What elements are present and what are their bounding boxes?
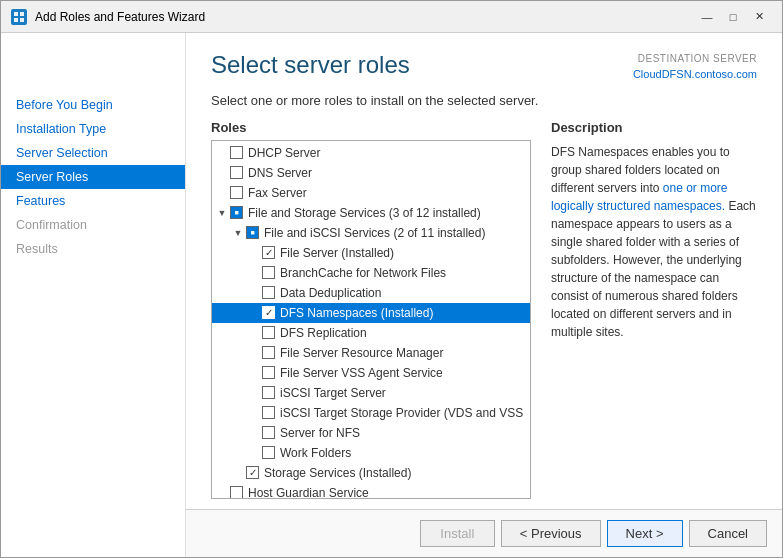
checkbox[interactable] bbox=[230, 166, 243, 179]
list-item[interactable]: Fax Server bbox=[212, 183, 530, 203]
role-label: Fax Server bbox=[248, 186, 307, 200]
list-item[interactable]: iSCSI Target Storage Provider (VDS and V… bbox=[212, 403, 530, 423]
sidebar-item-before-you-begin[interactable]: Before You Begin bbox=[1, 93, 185, 117]
role-label: Work Folders bbox=[280, 446, 351, 460]
list-item[interactable]: iSCSI Target Server bbox=[212, 383, 530, 403]
destination-label: DESTINATION SERVER bbox=[633, 51, 757, 66]
role-label: Host Guardian Service bbox=[248, 486, 369, 499]
title-controls: — □ ✕ bbox=[694, 7, 772, 27]
list-item[interactable]: Data Deduplication bbox=[212, 283, 530, 303]
destination-server: CloudDFSN.contoso.com bbox=[633, 66, 757, 83]
horizontal-scrollbar[interactable]: ◀ ▶ bbox=[212, 498, 530, 499]
list-item[interactable]: DFS Replication bbox=[212, 323, 530, 343]
checkbox[interactable] bbox=[262, 306, 275, 319]
page-title: Select server roles bbox=[211, 51, 410, 79]
roles-list[interactable]: DHCP Server DNS Server bbox=[212, 141, 530, 499]
scroll-left-button[interactable]: ◀ bbox=[228, 499, 244, 500]
svg-rect-2 bbox=[14, 18, 18, 22]
list-item[interactable]: File and iSCSI Services (2 of 11 install… bbox=[212, 223, 530, 243]
checkbox[interactable] bbox=[262, 366, 275, 379]
description-highlight: one or more logically structured namespa… bbox=[551, 181, 728, 213]
window-icon bbox=[11, 9, 27, 25]
list-item[interactable]: File and Storage Services (3 of 12 insta… bbox=[212, 203, 530, 223]
role-label: Storage Services (Installed) bbox=[264, 466, 411, 480]
checkbox[interactable] bbox=[262, 346, 275, 359]
role-label: File Server Resource Manager bbox=[280, 346, 443, 360]
tree-arrow-expanded[interactable] bbox=[232, 227, 244, 239]
role-label: Server for NFS bbox=[280, 426, 360, 440]
checkbox[interactable] bbox=[262, 266, 275, 279]
list-item[interactable]: File Server VSS Agent Service bbox=[212, 363, 530, 383]
previous-button[interactable]: < Previous bbox=[501, 520, 601, 547]
checkbox[interactable] bbox=[262, 286, 275, 299]
install-button[interactable]: Install bbox=[420, 520, 495, 547]
roles-header: Roles bbox=[211, 120, 531, 135]
checkbox[interactable] bbox=[262, 426, 275, 439]
page-header: Select server roles DESTINATION SERVER C… bbox=[186, 33, 782, 93]
roles-list-container: DHCP Server DNS Server bbox=[211, 140, 531, 500]
role-label: iSCSI Target Storage Provider (VDS and V… bbox=[280, 406, 523, 420]
close-button[interactable]: ✕ bbox=[746, 7, 772, 27]
checkbox[interactable] bbox=[246, 466, 259, 479]
checkbox[interactable] bbox=[230, 186, 243, 199]
list-item[interactable]: Storage Services (Installed) bbox=[212, 463, 530, 483]
role-label: BranchCache for Network Files bbox=[280, 266, 446, 280]
role-label: File and Storage Services (3 of 12 insta… bbox=[248, 206, 481, 220]
role-label: DFS Namespaces (Installed) bbox=[280, 306, 433, 320]
main-content: Select one or more roles to install on t… bbox=[186, 93, 782, 510]
main-panel: Select server roles DESTINATION SERVER C… bbox=[186, 33, 782, 557]
roles-section: Roles DHCP Server bbox=[211, 120, 531, 500]
title-bar-left: Add Roles and Features Wizard bbox=[11, 9, 205, 25]
sidebar-item-server-selection[interactable]: Server Selection bbox=[1, 141, 185, 165]
list-item[interactable]: File Server Resource Manager bbox=[212, 343, 530, 363]
sidebar-item-server-roles[interactable]: Server Roles bbox=[1, 165, 185, 189]
checkbox[interactable] bbox=[262, 246, 275, 259]
tree-arrow-expanded[interactable] bbox=[216, 207, 228, 219]
role-label: DNS Server bbox=[248, 166, 312, 180]
svg-rect-1 bbox=[20, 12, 24, 16]
sidebar: Before You Begin Installation Type Serve… bbox=[1, 33, 186, 557]
role-label: File and iSCSI Services (2 of 11 install… bbox=[264, 226, 485, 240]
sidebar-item-installation-type[interactable]: Installation Type bbox=[1, 117, 185, 141]
checkbox[interactable] bbox=[230, 146, 243, 159]
role-label: DFS Replication bbox=[280, 326, 367, 340]
list-item[interactable]: File Server (Installed) bbox=[212, 243, 530, 263]
list-item[interactable]: Server for NFS bbox=[212, 423, 530, 443]
checkbox[interactable] bbox=[262, 326, 275, 339]
sidebar-item-features[interactable]: Features bbox=[1, 189, 185, 213]
sidebar-item-confirmation: Confirmation bbox=[1, 213, 185, 237]
maximize-button[interactable]: □ bbox=[720, 7, 746, 27]
footer: Install < Previous Next > Cancel bbox=[186, 509, 782, 557]
checkbox[interactable] bbox=[230, 486, 243, 498]
checkbox[interactable] bbox=[246, 226, 259, 239]
description-section: Description DFS Namespaces enables you t… bbox=[551, 120, 757, 500]
role-label: DHCP Server bbox=[248, 146, 320, 160]
list-item[interactable]: BranchCache for Network Files bbox=[212, 263, 530, 283]
list-item[interactable]: Work Folders bbox=[212, 443, 530, 463]
minimize-button[interactable]: — bbox=[694, 7, 720, 27]
checkbox[interactable] bbox=[230, 206, 243, 219]
checkbox[interactable] bbox=[262, 406, 275, 419]
role-label: File Server VSS Agent Service bbox=[280, 366, 443, 380]
description-header: Description bbox=[551, 120, 757, 135]
list-item[interactable]: DNS Server bbox=[212, 163, 530, 183]
cancel-button[interactable]: Cancel bbox=[689, 520, 767, 547]
main-window: Add Roles and Features Wizard — □ ✕ Befo… bbox=[0, 0, 783, 558]
list-item[interactable]: Host Guardian Service bbox=[212, 483, 530, 499]
role-label: Data Deduplication bbox=[280, 286, 381, 300]
window-title: Add Roles and Features Wizard bbox=[35, 10, 205, 24]
content-area: Before You Begin Installation Type Serve… bbox=[1, 33, 782, 557]
list-item-selected[interactable]: DFS Namespaces (Installed) bbox=[212, 303, 530, 323]
next-button[interactable]: Next > bbox=[607, 520, 683, 547]
columns: Roles DHCP Server bbox=[211, 120, 757, 500]
description-text: DFS Namespaces enables you to group shar… bbox=[551, 143, 757, 341]
checkbox[interactable] bbox=[262, 386, 275, 399]
instruction-text: Select one or more roles to install on t… bbox=[211, 93, 757, 108]
role-label: iSCSI Target Server bbox=[280, 386, 386, 400]
checkbox[interactable] bbox=[262, 446, 275, 459]
destination-info: DESTINATION SERVER CloudDFSN.contoso.com bbox=[633, 51, 757, 83]
list-item[interactable]: DHCP Server bbox=[212, 143, 530, 163]
scroll-right-button[interactable]: ▶ bbox=[498, 499, 514, 500]
sidebar-item-results: Results bbox=[1, 237, 185, 261]
svg-rect-0 bbox=[14, 12, 18, 16]
